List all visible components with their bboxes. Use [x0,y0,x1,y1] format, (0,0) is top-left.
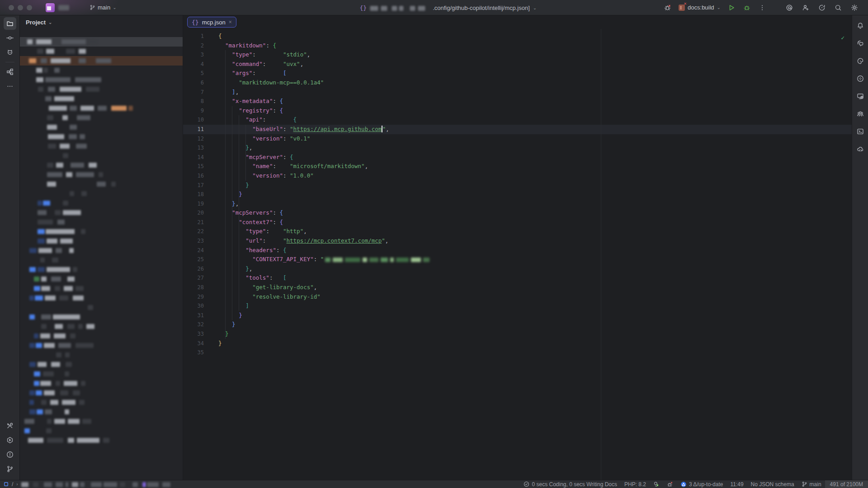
tree-row[interactable] [20,122,183,132]
status-ci-status[interactable] [650,480,663,488]
run-button[interactable] [727,3,736,12]
code-line-5[interactable]: 5 "args": [ [183,69,852,78]
team-icon[interactable] [854,108,867,120]
tree-row[interactable] [20,84,183,94]
tree-row[interactable] [20,208,183,217]
run-configuration-selector[interactable]: docs:build ⌄ [679,4,721,11]
tree-row[interactable] [20,322,183,331]
more-icon[interactable] [4,80,16,93]
code-line-15[interactable]: 15 "name": "microsoft/markitdown", [183,162,852,171]
mentions-icon[interactable] [785,3,794,12]
code-line-7[interactable]: 7 ], [183,88,852,97]
debug-button[interactable] [742,3,751,12]
tree-row[interactable] [20,151,183,160]
terminal-icon[interactable] [854,125,867,138]
code-line-25[interactable]: 25 "CONTEXT7_API_KEY": " [183,255,852,264]
status-debug-listener[interactable] [663,480,677,488]
code-line-33[interactable]: 33 } [183,329,852,339]
tree-row[interactable] [20,398,183,407]
tree-row[interactable] [20,255,183,265]
status-clock[interactable]: 11:49 [726,480,747,488]
project-panel-header[interactable]: Project ⌄ [20,15,183,29]
tree-row[interactable] [20,436,183,445]
tree-row[interactable] [20,75,183,84]
circle-dots-icon[interactable] [854,72,867,85]
search-everywhere-icon[interactable] [834,3,843,12]
tree-row[interactable] [20,103,183,113]
cloud-code-icon[interactable] [854,143,867,155]
tree-row[interactable] [20,341,183,350]
code-line-23[interactable]: 23 "url": "https://mcp.context7.com/mcp"… [183,236,852,246]
code-line-26[interactable]: 26 }, [183,264,852,274]
code-line-31[interactable]: 31 } [183,311,852,320]
status-git-branch[interactable]: main [798,480,825,488]
code-line-4[interactable]: 4 "command": "uvx", [183,60,852,69]
code-line-20[interactable]: 20 "mcpServers": { [183,208,852,218]
tree-row[interactable] [20,246,183,255]
zoom-window-button[interactable] [27,5,32,10]
status-breadcrumbs[interactable]: / › [4,481,170,488]
problems-icon[interactable] [4,448,16,461]
code-line-2[interactable]: 2 "markitdown": { [183,41,852,51]
window-title[interactable]: {} .config/github-copilot/intellij/mcp.j… [360,0,537,15]
tree-row[interactable] [20,217,183,227]
close-window-button[interactable] [9,5,14,10]
tree-row[interactable] [20,369,183,379]
tree-row[interactable] [20,47,183,56]
code-line-27[interactable]: 27 "tools": [ [183,273,852,283]
pieces-icon[interactable] [854,55,867,67]
code-line-32[interactable]: 32 } [183,320,852,329]
tree-row[interactable] [20,303,183,312]
tree-row[interactable] [20,94,183,103]
code-line-34[interactable]: 34} [183,339,852,348]
status-memory-indicator[interactable]: 491 of 2100M [825,480,868,488]
services-icon[interactable] [4,434,16,446]
more-actions-icon[interactable] [758,3,767,12]
tree-row[interactable] [20,198,183,208]
code-line-19[interactable]: 19 }, [183,199,852,209]
code-line-11[interactable]: 11 "baseUrl": "https://api.mcp.github.co… [183,125,852,134]
tree-row[interactable] [20,426,183,436]
status-json-schema[interactable]: No JSON schema [747,480,798,488]
ai-chat-icon[interactable] [854,37,867,50]
tree-row[interactable] [20,236,183,246]
code-line-21[interactable]: 21 "context7": { [183,218,852,227]
window-controls[interactable] [0,5,36,10]
code-line-18[interactable]: 18 } [183,190,852,199]
close-tab-icon[interactable]: × [229,19,232,25]
github-icon[interactable] [4,46,16,59]
tree-row[interactable] [20,360,183,369]
tree-row[interactable] [20,388,183,398]
code-line-1[interactable]: 1{ [183,32,852,41]
code-line-28[interactable]: 28 "get-library-docs", [183,283,852,292]
tree-row[interactable] [20,293,183,303]
commit-icon[interactable] [4,32,16,44]
tree-row[interactable] [20,312,183,322]
tree-row[interactable] [20,132,183,141]
tree-row[interactable] [20,160,183,170]
code-line-22[interactable]: 22 "type": "http", [183,227,852,236]
code-line-16[interactable]: 16 "version": "1.0.0" [183,171,852,181]
tree-row[interactable] [20,379,183,388]
minimize-window-button[interactable] [18,5,23,10]
code-with-me-icon[interactable] [801,3,810,12]
tree-row[interactable] [20,113,183,122]
code-line-30[interactable]: 30 ] [183,301,852,311]
tree-row[interactable] [20,170,183,179]
code-line-10[interactable]: 10 "api": { [183,115,852,125]
status-php-version[interactable]: PHP: 8.2 [621,480,650,488]
git-branch-widget[interactable]: main ⌄ [86,3,120,12]
code-line-3[interactable]: 3 "type": "stdio", [183,50,852,60]
tree-row[interactable] [20,331,183,341]
bell-icon[interactable] [854,19,867,32]
code-line-14[interactable]: 14 "mcpServer": { [183,153,852,162]
structure-icon[interactable] [4,66,16,78]
tree-row[interactable] [20,417,183,426]
code-line-35[interactable]: 35 [183,348,852,357]
sync-status-icon[interactable] [817,3,826,12]
status-changes-status[interactable]: 3 Δ/up-to-date [677,480,726,488]
tree-row[interactable] [20,274,183,284]
code-line-29[interactable]: 29 "resolve-library-id" [183,292,852,302]
tools-icon[interactable] [4,419,16,432]
status-time-tracker[interactable]: 0 secs Coding, 0 secs Writing Docs [520,480,621,488]
